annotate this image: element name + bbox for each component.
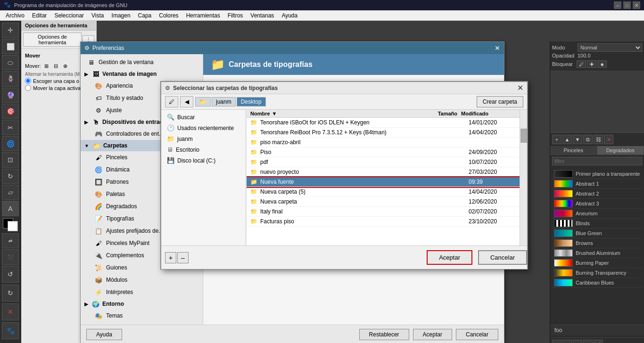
col-modificado[interactable]: Modificado bbox=[461, 111, 508, 116]
file-row[interactable]: 📁 Facturas piso 23/10/2020 bbox=[247, 217, 520, 227]
breadcrumb-desktop[interactable]: Desktop bbox=[237, 97, 266, 106]
tab-degradados[interactable]: Degradados bbox=[597, 146, 644, 155]
color-box[interactable] bbox=[2, 217, 19, 232]
place-juanm[interactable]: 📁 juanm bbox=[161, 133, 246, 144]
preferences-close-button[interactable]: ✕ bbox=[495, 44, 500, 52]
sidebar-item-gestion[interactable]: 🖥 Gestión de la ventana bbox=[81, 56, 203, 68]
col-nombre[interactable]: Nombre ▼ bbox=[250, 111, 423, 116]
lasso-tool[interactable]: 🪢 bbox=[2, 71, 19, 86]
menu-imagen[interactable]: Imagen bbox=[108, 11, 134, 20]
redo-btn[interactable]: ↻ bbox=[2, 285, 19, 302]
file-row[interactable]: 📁 Nueva carpeta (5) 14/04/2020 bbox=[247, 187, 520, 197]
file-row[interactable]: 📁 Tenorshare iSBoOt for iOS DLEN + Keyge… bbox=[247, 118, 520, 128]
layer-add-btn[interactable]: + bbox=[552, 135, 561, 144]
select-rect-tool[interactable]: ⬜ bbox=[2, 39, 19, 54]
file-row[interactable]: 📁 Piso 24/09/2020 bbox=[247, 147, 520, 157]
gradient-edit-btn[interactable]: ✏ bbox=[573, 340, 582, 343]
gradient-item[interactable]: Aneurism bbox=[552, 209, 642, 219]
gradient-item[interactable]: Browns bbox=[552, 238, 642, 248]
file-row[interactable]: 📁 piso marzo-abril bbox=[247, 138, 520, 147]
move-tool[interactable]: ✛ bbox=[2, 23, 19, 38]
layer-duplicate-btn[interactable]: ⧉ bbox=[583, 135, 593, 144]
lock-pos-button[interactable]: ✚ bbox=[587, 60, 596, 68]
radio-layer-guide[interactable] bbox=[25, 78, 31, 84]
place-recientes[interactable]: 🕐 Usados recientemente bbox=[161, 122, 246, 133]
undo-btn[interactable]: ↺ bbox=[2, 266, 19, 283]
mode-select[interactable]: Normal bbox=[578, 43, 642, 52]
swap-colors-icon[interactable]: ⇄ bbox=[2, 233, 19, 248]
gradient-delete-btn[interactable]: ✕ bbox=[583, 340, 593, 343]
place-buscar[interactable]: 🔍 Buscar bbox=[161, 112, 246, 122]
fuzzy-select-tool[interactable]: 🔮 bbox=[2, 88, 19, 103]
options-btn[interactable]: Opciones de herramienta bbox=[23, 33, 82, 47]
sidebar-group-entorno[interactable]: ▶ 🌍 Entorno bbox=[81, 298, 203, 310]
file-row[interactable]: 📁 Tenorshare ReiBoot Pro 7.3.5.12 + Keys… bbox=[247, 128, 520, 138]
select-ellipse-tool[interactable]: ⬭ bbox=[2, 55, 19, 70]
sidebar-item-modulos[interactable]: 📦 Módulos bbox=[81, 274, 203, 286]
layer-delete-btn[interactable]: ✕ bbox=[604, 135, 613, 144]
menu-colores[interactable]: Colores bbox=[155, 11, 182, 20]
delete-btn[interactable]: ✕ bbox=[2, 303, 19, 320]
text-tool[interactable]: A bbox=[2, 201, 19, 216]
maximize-button[interactable]: □ bbox=[623, 1, 631, 9]
gradient-duplicate-btn[interactable]: ⧉ bbox=[562, 340, 572, 343]
create-folder-button[interactable]: Crear carpeta bbox=[477, 96, 523, 107]
radio-active-layer[interactable] bbox=[25, 85, 31, 91]
layer-lower-btn[interactable]: ▼ bbox=[573, 135, 582, 144]
gradient-item[interactable]: Abstract 2 bbox=[552, 189, 642, 199]
crop-tool[interactable]: ⊡ bbox=[2, 152, 19, 167]
font-dialog-close-button[interactable]: ✕ bbox=[517, 83, 523, 92]
menu-editar[interactable]: Editar bbox=[28, 11, 50, 20]
font-accept-button[interactable]: Aceptar bbox=[427, 250, 472, 265]
gradient-item[interactable]: Burning Transparency bbox=[552, 268, 642, 278]
remove-folder-button[interactable]: – bbox=[177, 252, 189, 263]
background-color[interactable] bbox=[8, 221, 18, 231]
place-escritorio[interactable]: 🖥 Escritorio bbox=[161, 144, 246, 155]
file-row-selected[interactable]: 📁 Nueva fuente 09:39 bbox=[247, 177, 520, 187]
menu-seleccionar[interactable]: Seleccionar bbox=[50, 11, 88, 20]
menu-vista[interactable]: Vista bbox=[88, 11, 107, 20]
sidebar-group-ventanas[interactable]: ▶ 🖼 Ventanas de imagen bbox=[81, 68, 203, 80]
menu-archivo[interactable]: Archivo bbox=[2, 11, 28, 20]
gradient-item[interactable]: Blinds bbox=[552, 219, 642, 229]
foreground-select-tool[interactable]: 🌀 bbox=[2, 136, 19, 151]
minimize-button[interactable]: – bbox=[614, 1, 621, 9]
pref-restablecer-button[interactable]: Restablecer bbox=[359, 329, 409, 340]
rotate-tool[interactable]: ↻ bbox=[2, 169, 19, 184]
font-cancel-button[interactable]: Cancelar bbox=[478, 250, 527, 265]
gradient-refresh-btn[interactable]: ↺ bbox=[594, 340, 603, 343]
file-row[interactable]: 📁 Italy final 02/07/2020 bbox=[247, 207, 520, 217]
col-tamano[interactable]: Tamaño bbox=[423, 111, 461, 116]
menu-ayuda[interactable]: Ayuda bbox=[278, 11, 301, 20]
color-select-tool[interactable]: 🎯 bbox=[2, 104, 19, 119]
layer-chain-btn[interactable]: ⛓ bbox=[594, 135, 603, 144]
sidebar-item-interpretes[interactable]: ⚡ Intérpretes bbox=[81, 286, 203, 298]
gimp-icon[interactable]: 🐾 bbox=[2, 322, 19, 339]
pref-cancelar-button[interactable]: Cancelar bbox=[456, 329, 498, 340]
lock-brush-button[interactable]: 🖊 bbox=[577, 60, 586, 68]
menu-ventanas[interactable]: Ventanas bbox=[247, 11, 278, 20]
sidebar-item-temas[interactable]: 🎭 Temas bbox=[81, 310, 203, 322]
menu-herramientas[interactable]: Herramientas bbox=[182, 11, 224, 20]
gradient-item[interactable]: Brushed Aluminium bbox=[552, 248, 642, 258]
lock-alpha-button[interactable]: ■ bbox=[597, 60, 607, 68]
font-scrollbar[interactable] bbox=[520, 110, 527, 245]
pref-ayuda-button[interactable]: Ayuda bbox=[86, 329, 122, 340]
menu-capa[interactable]: Capa bbox=[134, 11, 156, 20]
layer-raise-btn[interactable]: ▲ bbox=[562, 135, 572, 144]
gradient-item[interactable]: Abstract 1 bbox=[552, 179, 642, 189]
sidebar-item-temas-iconos[interactable]: 🗂 Temas de iconos bbox=[81, 322, 203, 325]
pref-aceptar-button[interactable]: Aceptar bbox=[413, 329, 452, 340]
gradient-item[interactable]: Blue Green bbox=[552, 229, 642, 238]
gradient-item[interactable]: Caribbean Blues bbox=[552, 278, 642, 288]
close-button[interactable]: ✕ bbox=[633, 1, 640, 9]
place-disco-local[interactable]: 💾 Disco local (C:) bbox=[161, 155, 246, 166]
menu-filtros[interactable]: Filtros bbox=[224, 11, 247, 20]
perspective-tool[interactable]: ⏥ bbox=[2, 185, 19, 200]
filter-input[interactable] bbox=[552, 157, 642, 165]
scissors-tool[interactable]: ✂ bbox=[2, 120, 19, 135]
gradient-item[interactable]: Burning Paper bbox=[552, 258, 642, 268]
reset-colors-icon[interactable]: ⬛ bbox=[2, 249, 19, 264]
gradient-item[interactable]: Abstract 3 bbox=[552, 199, 642, 209]
file-row[interactable]: 📁 Nueva carpeta 12/06/2020 bbox=[247, 197, 520, 207]
